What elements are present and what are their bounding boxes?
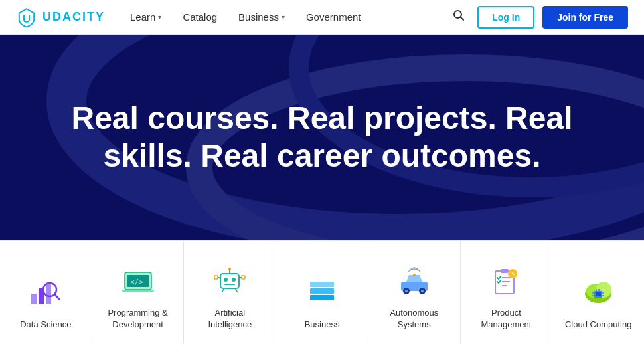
login-button[interactable]: Log In <box>477 6 534 29</box>
svg-point-21 <box>228 268 231 270</box>
product-management-label: Product Management <box>469 307 544 331</box>
svg-rect-7 <box>46 284 51 304</box>
search-button[interactable] <box>448 5 469 29</box>
svg-rect-36 <box>501 269 509 273</box>
svg-point-32 <box>405 290 408 292</box>
business-icon <box>303 275 341 312</box>
categories-row: Data Science </> Programming & Developme… <box>0 240 644 344</box>
logo-text: UDACITY <box>42 10 105 24</box>
ai-icon <box>211 263 248 300</box>
ai-label: Artificial Intelligence <box>192 307 268 331</box>
category-autonomous[interactable]: Autonomous Systems <box>368 241 461 344</box>
cloud-icon <box>580 275 617 312</box>
product-management-icon <box>487 263 524 300</box>
svg-point-15 <box>224 278 228 282</box>
category-ai[interactable]: Artificial Intelligence <box>184 241 276 344</box>
svg-rect-28 <box>310 282 334 287</box>
svg-point-33 <box>421 290 424 292</box>
category-cloud[interactable]: Cloud Computing <box>552 241 644 344</box>
nav-catalog[interactable]: Catalog <box>173 6 226 28</box>
nav-government[interactable]: Government <box>297 6 370 28</box>
navbar: UDACITY Learn ▾ Catalog Business ▾ Gover… <box>0 0 644 35</box>
svg-rect-13 <box>122 290 154 292</box>
udacity-logo-icon <box>16 7 37 28</box>
cloud-label: Cloud Computing <box>565 319 631 331</box>
svg-rect-25 <box>242 276 245 279</box>
business-chevron-icon: ▾ <box>282 13 285 21</box>
category-product-management[interactable]: Product Management <box>461 241 553 344</box>
svg-line-9 <box>54 294 59 299</box>
join-button[interactable]: Join for Free <box>542 6 628 29</box>
hero-section: Real courses. Real projects. Real skills… <box>0 35 644 240</box>
svg-rect-47 <box>596 292 601 296</box>
svg-point-34 <box>413 274 416 276</box>
svg-point-16 <box>232 278 236 282</box>
autonomous-icon <box>396 263 433 300</box>
data-science-label: Data Science <box>20 319 71 331</box>
data-science-icon <box>27 275 64 312</box>
nav-actions: Log In Join for Free <box>448 5 628 29</box>
svg-text:</>: </> <box>130 278 143 286</box>
nav-business[interactable]: Business ▾ <box>229 6 294 28</box>
business-label: Business <box>305 319 340 331</box>
svg-rect-17 <box>224 284 235 285</box>
nav-learn[interactable]: Learn ▾ <box>121 6 171 28</box>
logo[interactable]: UDACITY <box>16 7 105 28</box>
learn-chevron-icon: ▾ <box>158 13 161 21</box>
programming-label: Programming & Development <box>100 307 176 331</box>
svg-rect-14 <box>220 274 239 288</box>
svg-rect-26 <box>310 295 334 300</box>
svg-rect-24 <box>214 276 218 279</box>
svg-line-1 <box>461 17 464 21</box>
svg-rect-27 <box>310 288 334 294</box>
nav-links: Learn ▾ Catalog Business ▾ Government <box>121 6 443 28</box>
autonomous-label: Autonomous Systems <box>376 307 452 331</box>
category-programming[interactable]: </> Programming & Development <box>92 241 185 344</box>
hero-headline: Real courses. Real projects. Real skills… <box>56 100 588 175</box>
category-data-science[interactable]: Data Science <box>0 241 92 344</box>
category-business[interactable]: Business <box>276 241 368 344</box>
svg-rect-5 <box>31 294 37 304</box>
search-icon <box>452 9 465 22</box>
programming-icon: </> <box>120 263 157 300</box>
